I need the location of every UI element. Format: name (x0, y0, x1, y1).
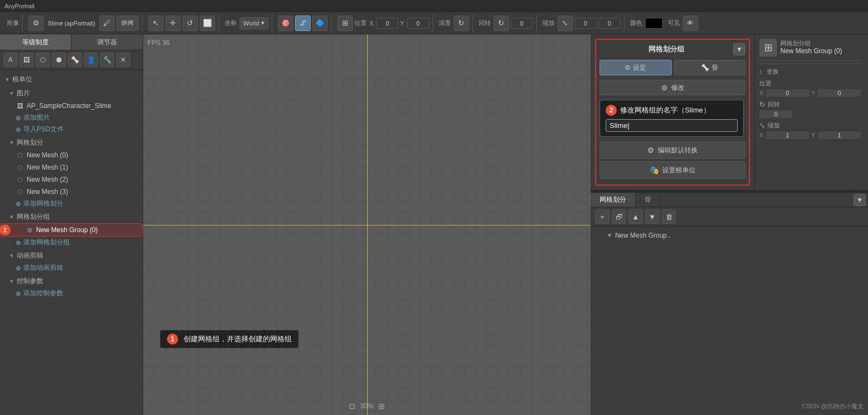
move-tool-btn[interactable]: ✛ (165, 16, 181, 31)
icon-bone[interactable]: 🦴 (68, 53, 82, 67)
zoom-nav-icon[interactable]: ⊞ (378, 402, 385, 411)
sub-tab-settings[interactable]: ⚙ 设定 (600, 60, 672, 75)
br-tab-bone[interactable]: 骨 (636, 193, 661, 207)
icon-mesh2[interactable]: ⬢ (52, 53, 66, 67)
add-anim-btn[interactable]: ⊕ 添加动画剪辑 (0, 262, 143, 274)
image-section: ▼ 图片 🖼 AP_SampleCharacter_Slime ⊕ 添加图片 ⊕… (0, 87, 143, 135)
tab-adjuster[interactable]: 调节器 (72, 34, 143, 50)
zoom-control: ⊡ 30% ⊞ (349, 402, 384, 411)
scale-label: 缩放 (542, 19, 555, 27)
root-header[interactable]: ▼ 根单位 (0, 73, 143, 86)
add-mesh-group-btn[interactable]: ⊕ 添加网格划分组 (0, 237, 143, 248)
panel-collapse-btn[interactable]: ▼ (733, 43, 745, 55)
mesh-group-section: ▼ 网格划分组 1 ⊞ New Mesh Group (0) ⊕ 添加网格划分组 (0, 211, 143, 248)
mesh-mode-btn[interactable]: 🔷 (312, 16, 328, 31)
scale-x-input[interactable] (575, 18, 597, 29)
rot-label: 回转 (479, 19, 491, 27)
pos-x-input[interactable] (376, 18, 398, 29)
pos-x-label: X (369, 20, 373, 27)
canvas-grid (143, 34, 591, 415)
rename-tooltip: 2 修改网格组的名字（Slime） (600, 100, 744, 137)
br-copy-btn[interactable]: 🗗 (612, 209, 626, 224)
mesh-item-2[interactable]: ⬡ New Mesh (2) (0, 173, 143, 186)
scale-label: ⤡ 缩放 (759, 121, 861, 130)
rename-input[interactable] (606, 119, 738, 132)
scene-name: 肖像 (7, 19, 19, 27)
select-tool-btn[interactable]: ↖ (148, 16, 164, 31)
rot-input[interactable] (511, 18, 533, 29)
icon-physics[interactable]: 🔧 (100, 53, 114, 67)
br-collapse-btn[interactable]: ▼ (854, 194, 866, 206)
icon-image[interactable]: 🖼 (19, 53, 34, 67)
icon-close[interactable]: ✕ (116, 53, 130, 67)
color-swatch[interactable] (645, 18, 663, 29)
br-delete-btn[interactable]: 🗑 (662, 209, 676, 224)
mesh-header[interactable]: ▼ 网格划分 (0, 136, 143, 149)
br-toolbar: + 🗗 ▲ ▼ 🗑 (591, 207, 868, 227)
br-mesh-group-item[interactable]: ▼ New Mesh Group.. (595, 230, 864, 241)
snap-btn[interactable]: ⊞ (337, 16, 353, 31)
transform-section-title: ↕ 变换 (759, 68, 861, 76)
rotation-label: ↻ 回转 (759, 100, 861, 109)
bone-mode-btn[interactable]: 🖇 (295, 16, 311, 31)
br-up-btn[interactable]: ▲ (628, 209, 643, 224)
br-add-btn[interactable]: + (595, 209, 610, 224)
pos-y-label: Y (811, 90, 816, 96)
rotate-tool-btn[interactable]: ↺ (182, 16, 198, 31)
rename-title-row: 2 修改网格组的名字（Slime） (606, 105, 738, 116)
mesh-item-3[interactable]: ⬡ New Mesh (3) (0, 186, 143, 198)
modify-row[interactable]: ⚙ 修改 (600, 80, 745, 95)
mesh-group-panel-wrap: 网格划分组 ▼ ⚙ 设定 🦴 骨 (591, 34, 754, 190)
modify-icon: ⚙ (661, 84, 668, 92)
canvas-area[interactable]: FPS 36 1 创建网格组，并选择创建的网格组 ⊡ 30% ⊞ (143, 34, 591, 415)
icon-text[interactable]: A (3, 53, 18, 67)
mesh-item-1[interactable]: ⬡ New Mesh (1) (0, 161, 143, 173)
settings-btn[interactable]: ⚙ (28, 16, 44, 31)
image-item[interactable]: 🖼 AP_SampleCharacter_Slime (0, 100, 143, 112)
mesh-group-item[interactable]: 1 ⊞ New Mesh Group (0) (0, 223, 143, 237)
icon-toolbar: A 🖼 ⬡ ⬢ 🦴 👤 🔧 ✕ (0, 50, 143, 70)
scale-y-input[interactable] (598, 18, 621, 29)
add-image-btn[interactable]: ⊕ 添加图片 (0, 112, 143, 124)
props-rot[interactable] (759, 110, 793, 118)
add-control-btn[interactable]: ⊕ 添加控制参数 (0, 288, 143, 299)
sub-tab-settings-label: 设定 (633, 63, 646, 73)
pos-y-input[interactable] (407, 18, 429, 29)
br-down-btn[interactable]: ▼ (645, 209, 659, 224)
rotation-section: 回转 ↻ (475, 14, 537, 32)
props-pos-y[interactable] (818, 89, 861, 97)
sub-tab-bone[interactable]: 🦴 骨 (674, 60, 746, 75)
visible-toggle[interactable]: 👁 (683, 16, 698, 31)
scene-section: 肖像 (3, 14, 23, 32)
pos-x-label: X (759, 90, 764, 96)
anim-header[interactable]: ▼ 动画剪辑 (0, 249, 143, 262)
rotation-row (759, 110, 861, 118)
control-header[interactable]: ▼ 控制参数 (0, 275, 143, 288)
br-tab-mesh[interactable]: 网格划分 (591, 193, 636, 207)
mesh-item-0[interactable]: ⬡ New Mesh (0) (0, 149, 143, 161)
scale-tool-btn[interactable]: ⬜ (200, 16, 215, 31)
mesh-group-header[interactable]: ▼ 网格划分组 (0, 211, 143, 223)
icon-person[interactable]: 👤 (84, 53, 98, 67)
coord-dropdown[interactable]: World ▾ (240, 17, 269, 29)
tab-hierarchy[interactable]: 等级制度 (0, 34, 72, 50)
set-root-btn[interactable]: 🎭 设置根单位 (600, 161, 745, 179)
set-root-label: 设置根单位 (662, 166, 696, 175)
import-psd-btn[interactable]: ⊕ 导入PSD文件 (0, 124, 143, 135)
color-section: 颜色 可见 👁 (627, 14, 702, 32)
root-section: ▼ 根单位 (0, 73, 143, 86)
bake-btn[interactable]: 烘烤 (116, 16, 139, 31)
zoom-fit-icon[interactable]: ⊡ (349, 402, 356, 411)
edit-default-transform-btn[interactable]: ⚙ 编辑默认转换 (600, 141, 745, 159)
icon-mesh[interactable]: ⬡ (35, 53, 50, 67)
props-pos-x[interactable] (766, 89, 809, 97)
pivot-btn[interactable]: 🎯 (278, 16, 293, 31)
props-scale-x[interactable] (766, 131, 809, 139)
edit-portrait-btn[interactable]: 🖊 (99, 16, 115, 31)
props-scale-y[interactable] (818, 131, 861, 139)
image-header[interactable]: ▼ 图片 (0, 87, 143, 100)
scale-x-label: X (759, 132, 764, 139)
add-mesh-btn[interactable]: ⊕ 添加网格划分 (0, 198, 143, 209)
depth-refresh-btn[interactable]: ↻ (454, 16, 469, 31)
br-mesh-group-label: New Mesh Group.. (615, 232, 671, 239)
